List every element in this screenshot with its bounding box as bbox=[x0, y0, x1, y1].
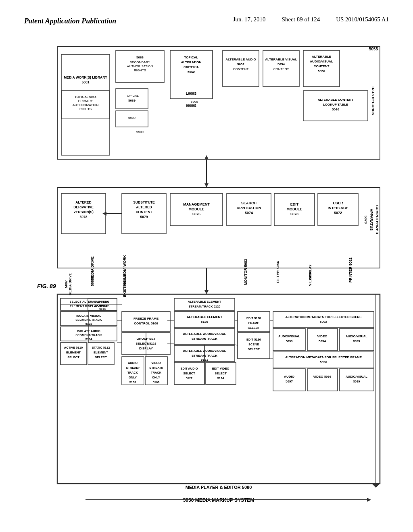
svg-text:MEDIA DRIVE: MEDIA DRIVE bbox=[90, 257, 94, 281]
svg-rect-50 bbox=[57, 187, 380, 268]
svg-text:9909: 9909 bbox=[136, 130, 144, 134]
svg-text:ALTERATION METADATA FOR SELECT: ALTERATION METADATA FOR SELECTED SCENE bbox=[285, 315, 362, 319]
svg-rect-6 bbox=[61, 91, 110, 119]
svg-rect-115 bbox=[60, 343, 87, 365]
svg-text:TRACK: TRACK bbox=[127, 371, 138, 374]
svg-text:DERIVATIVE: DERIVATIVE bbox=[73, 205, 94, 209]
svg-text:SELECT: SELECT bbox=[248, 326, 260, 330]
svg-text:EDIT 5128: EDIT 5128 bbox=[246, 316, 261, 320]
svg-text:COUNTER: COUNTER bbox=[96, 304, 110, 307]
svg-text:CONTENT: CONTENT bbox=[233, 67, 249, 71]
svg-rect-96 bbox=[57, 294, 380, 484]
svg-text:AUDIO: AUDIO bbox=[128, 361, 138, 365]
svg-line-199 bbox=[235, 345, 238, 345]
svg-text:CRITERIA: CRITERIA bbox=[184, 65, 199, 69]
svg-text:5094: 5094 bbox=[319, 339, 326, 343]
svg-text:PRINTER 5082: PRINTER 5082 bbox=[348, 258, 353, 283]
svg-text:ALTERABLE AUDIO/VISUAL: ALTERABLE AUDIO/VISUAL bbox=[183, 332, 226, 336]
svg-text:ALTERABLE: ALTERABLE bbox=[312, 55, 332, 58]
svg-rect-3 bbox=[61, 54, 110, 155]
svg-text:5095: 5095 bbox=[353, 339, 360, 343]
svg-rect-154 bbox=[206, 362, 236, 384]
svg-text:ALTERATION: ALTERATION bbox=[181, 60, 202, 64]
svg-marker-60 bbox=[102, 212, 106, 216]
svg-rect-74 bbox=[274, 193, 315, 226]
svg-rect-166 bbox=[273, 312, 374, 328]
svg-text:FRAME: FRAME bbox=[248, 321, 259, 325]
svg-rect-206 bbox=[174, 298, 235, 310]
svg-text:INTERFACE: INTERFACE bbox=[327, 206, 348, 210]
svg-rect-34 bbox=[263, 50, 299, 87]
svg-text:SELECT: SELECT bbox=[215, 372, 227, 375]
svg-text:STREAM/: STREAM/ bbox=[126, 366, 140, 370]
svg-text:5114: 5114 bbox=[99, 308, 106, 310]
svg-text:5066: 5066 bbox=[136, 56, 144, 59]
svg-text:5060: 5060 bbox=[332, 108, 339, 111]
sheet-info: Sheet 89 of 124 bbox=[282, 16, 320, 23]
svg-text:ELEMENT DISPLAY MODE: ELEMENT DISPLAY MODE bbox=[70, 304, 108, 308]
svg-text:CONTENT: CONTENT bbox=[136, 210, 152, 214]
svg-rect-119 bbox=[88, 343, 114, 365]
svg-text:EDIT AUDIO: EDIT AUDIO bbox=[180, 367, 198, 370]
svg-text:ALTERABLE VISUAL: ALTERABLE VISUAL bbox=[265, 58, 297, 61]
svg-text:5061: 5061 bbox=[82, 80, 90, 84]
svg-text:STATIC 5112: STATIC 5112 bbox=[92, 346, 110, 349]
svg-text:ALTERATION METADATA FOR SELECT: ALTERATION METADATA FOR SELECTED FRAME bbox=[285, 355, 362, 359]
svg-text:LOOKUP TABLE: LOOKUP TABLE bbox=[323, 103, 348, 106]
svg-text:ALTERABLE ELEMENT: ALTERABLE ELEMENT bbox=[188, 300, 221, 303]
svg-text:VIDEO 5098: VIDEO 5098 bbox=[313, 375, 332, 378]
svg-text:MODULE: MODULE bbox=[287, 207, 302, 211]
svg-text:5097: 5097 bbox=[286, 380, 293, 383]
svg-rect-178 bbox=[273, 352, 374, 368]
page-header: Patent Application Publication Jun. 17, … bbox=[24, 16, 389, 26]
svg-text:5102: 5102 bbox=[86, 322, 92, 326]
svg-text:ALTERABLE CONTENT: ALTERABLE CONTENT bbox=[318, 98, 354, 102]
svg-rect-11 bbox=[116, 50, 164, 83]
svg-text:SELECT: SELECT bbox=[95, 355, 107, 359]
svg-text:SELECT ALTERABLE 5100: SELECT ALTERABLE 5100 bbox=[69, 300, 108, 303]
svg-rect-78 bbox=[318, 193, 358, 226]
svg-text:SEARCH: SEARCH bbox=[241, 201, 257, 205]
svg-text:5109: 5109 bbox=[153, 380, 160, 384]
svg-text:EDIT VIDEO: EDIT VIDEO bbox=[212, 367, 229, 370]
svg-text:COMPUTERIZED: COMPUTERIZED bbox=[375, 205, 379, 235]
svg-rect-186 bbox=[340, 369, 374, 391]
svg-text:TOPICAL: TOPICAL bbox=[125, 94, 139, 98]
svg-rect-175 bbox=[340, 328, 374, 351]
svg-text:ONLY: ONLY bbox=[152, 376, 160, 379]
svg-text:5050  MEDIA MARKUP SYSTEM: 5050 MEDIA MARKUP SYSTEM bbox=[183, 497, 254, 503]
svg-rect-54 bbox=[61, 193, 106, 234]
svg-text:APPARATUS: APPARATUS bbox=[369, 209, 373, 231]
svg-text:TOPICAL 5064: TOPICAL 5064 bbox=[75, 95, 96, 99]
svg-text:VIDEO: VIDEO bbox=[151, 361, 161, 365]
svg-text:5121: 5121 bbox=[201, 358, 208, 362]
header-meta: Jun. 17, 2010 Sheet 89 of 124 US 2010/01… bbox=[233, 16, 389, 23]
svg-rect-181 bbox=[273, 369, 305, 391]
svg-text:MEDIA DRIVE: MEDIA DRIVE bbox=[68, 273, 72, 295]
svg-marker-211 bbox=[372, 484, 380, 488]
svg-rect-30 bbox=[223, 50, 259, 87]
svg-rect-43 bbox=[303, 91, 368, 121]
svg-text:DATA RECORDS: DATA RECORDS bbox=[371, 87, 375, 115]
svg-rect-38 bbox=[303, 50, 340, 87]
svg-text:CONTENT: CONTENT bbox=[314, 64, 330, 68]
svg-rect-108 bbox=[60, 327, 117, 341]
svg-text:AUTHORIZATION: AUTHORIZATION bbox=[127, 64, 153, 68]
svg-rect-16 bbox=[116, 89, 148, 109]
svg-text:ISOLATE AUDIO: ISOLATE AUDIO bbox=[77, 329, 100, 333]
svg-rect-19 bbox=[116, 111, 148, 127]
svg-rect-128 bbox=[122, 357, 144, 385]
svg-text:MEDIA PLAYER & EDITOR  5080: MEDIA PLAYER & EDITOR 5080 bbox=[186, 485, 252, 490]
patent-number: US 2010/0154065 A1 bbox=[336, 16, 389, 23]
svg-text:SELECT/5116: SELECT/5116 bbox=[136, 342, 156, 345]
svg-text:5092: 5092 bbox=[320, 320, 327, 324]
svg-text:ONLY: ONLY bbox=[129, 376, 137, 379]
svg-text:5120: 5120 bbox=[201, 320, 208, 324]
svg-text:PRIMARY: PRIMARY bbox=[78, 99, 93, 103]
svg-rect-104 bbox=[60, 312, 117, 326]
svg-text:5062: 5062 bbox=[188, 70, 195, 74]
diagram-container: 5055 DATA RECORDS MEDIA WORK(S) LIBRARY … bbox=[25, 38, 388, 506]
svg-text:AUDIO/VISUAL: AUDIO/VISUAL bbox=[346, 375, 367, 378]
svg-text:GROUP SET: GROUP SET bbox=[137, 337, 156, 341]
svg-text:TRACK: TRACK bbox=[151, 371, 162, 374]
